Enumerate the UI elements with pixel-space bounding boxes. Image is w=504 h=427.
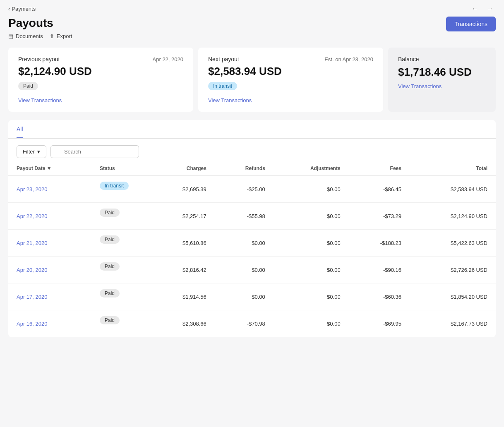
- header-actions: ▤ Documents ⇧ Export: [8, 33, 72, 39]
- back-label: Payments: [12, 6, 36, 12]
- status-cell: Paid: [91, 283, 149, 310]
- transactions-button[interactable]: Transactions: [446, 17, 496, 31]
- cards-row: Previous payout Apr 22, 2020 $2,124.90 U…: [0, 43, 504, 116]
- charges-cell: $2,254.17: [149, 203, 215, 230]
- total-cell: $1,854.20 USD: [410, 283, 496, 310]
- fees-cell: -$86.45: [349, 176, 410, 203]
- search-input[interactable]: [50, 145, 139, 158]
- back-link[interactable]: ‹ Payments: [8, 6, 36, 12]
- table-body: Apr 23, 2020 In transit $2,695.39 -$25.0…: [8, 176, 496, 337]
- tab-all[interactable]: All: [17, 120, 23, 138]
- previous-payout-date: Apr 22, 2020: [153, 56, 183, 62]
- charges-cell: $1,914.56: [149, 283, 215, 310]
- next-payout-card: Next payout Est. on Apr 23, 2020 $2,583.…: [198, 48, 383, 112]
- export-icon: ⇧: [50, 33, 54, 39]
- filter-label: Filter: [23, 149, 35, 155]
- export-label: Export: [57, 33, 72, 39]
- adjustments-cell: $0.00: [274, 283, 349, 310]
- adjustments-cell: $0.00: [274, 230, 349, 257]
- col-charges: Charges: [149, 161, 215, 176]
- fees-cell: -$73.29: [349, 203, 410, 230]
- table-row: Apr 23, 2020 In transit $2,695.39 -$25.0…: [8, 176, 496, 203]
- nav-left-arrow[interactable]: ←: [469, 4, 481, 13]
- total-cell: $2,124.90 USD: [410, 203, 496, 230]
- fees-cell: -$60.36: [349, 283, 410, 310]
- payout-date-cell[interactable]: Apr 20, 2020: [8, 257, 91, 283]
- next-payout-badge: In transit: [208, 82, 237, 90]
- status-cell: Paid: [91, 230, 149, 257]
- total-cell: $2,167.73 USD: [410, 310, 496, 337]
- col-refunds: Refunds: [215, 161, 274, 176]
- previous-card-header: Previous payout Apr 22, 2020: [18, 56, 183, 62]
- adjustments-cell: $0.00: [274, 310, 349, 337]
- status-badge: Paid: [100, 235, 120, 244]
- fees-cell: -$188.23: [349, 230, 410, 257]
- col-fees: Fees: [349, 161, 410, 176]
- payout-date-cell[interactable]: Apr 23, 2020: [8, 176, 91, 203]
- filter-button[interactable]: Filter ▾: [17, 145, 46, 158]
- next-payout-date: Est. on Apr 23, 2020: [324, 56, 373, 62]
- table-row: Apr 16, 2020 Paid $2,308.66 -$70.98 $0.0…: [8, 310, 496, 337]
- document-icon: ▤: [8, 33, 13, 39]
- refunds-cell: $0.00: [215, 230, 274, 257]
- status-badge: Paid: [100, 316, 120, 324]
- export-button[interactable]: ⇧ Export: [50, 33, 72, 39]
- payout-date-cell[interactable]: Apr 16, 2020: [8, 310, 91, 337]
- col-total: Total: [410, 161, 496, 176]
- documents-label: Documents: [16, 33, 43, 39]
- status-cell: Paid: [91, 257, 149, 283]
- charges-cell: $2,695.39: [149, 176, 215, 203]
- balance-amount: $1,718.46 USD: [398, 66, 486, 79]
- refunds-cell: $0.00: [215, 257, 274, 283]
- payout-date-cell[interactable]: Apr 17, 2020: [8, 283, 91, 310]
- previous-payout-badge: Paid: [18, 82, 38, 90]
- payout-date-cell[interactable]: Apr 22, 2020: [8, 203, 91, 230]
- top-nav: ‹ Payments ← →: [0, 0, 504, 15]
- table-row: Apr 21, 2020 Paid $5,610.86 $0.00 $0.00 …: [8, 230, 496, 257]
- refunds-cell: -$25.00: [215, 176, 274, 203]
- total-cell: $2,583.94 USD: [410, 176, 496, 203]
- documents-button[interactable]: ▤ Documents: [8, 33, 43, 39]
- balance-label: Balance: [398, 56, 486, 62]
- nav-arrows: ← →: [469, 4, 496, 13]
- filter-row: Filter ▾ 🔍: [8, 139, 496, 161]
- table-row: Apr 20, 2020 Paid $2,816.42 $0.00 $0.00 …: [8, 257, 496, 283]
- status-cell: Paid: [91, 310, 149, 337]
- next-card-header: Next payout Est. on Apr 23, 2020: [208, 56, 373, 62]
- status-cell: In transit: [91, 176, 149, 203]
- status-badge: In transit: [100, 182, 129, 190]
- previous-payout-card: Previous payout Apr 22, 2020 $2,124.90 U…: [8, 48, 193, 112]
- table-row: Apr 22, 2020 Paid $2,254.17 -$55.98 $0.0…: [8, 203, 496, 230]
- total-cell: $5,422.63 USD: [410, 230, 496, 257]
- adjustments-cell: $0.00: [274, 257, 349, 283]
- tabs-row: All: [8, 120, 496, 139]
- charges-cell: $2,308.66: [149, 310, 215, 337]
- back-arrow-icon: ‹: [8, 6, 10, 12]
- fees-cell: -$90.16: [349, 257, 410, 283]
- status-badge: Paid: [100, 262, 120, 271]
- table-header: Payout Date ▼ Status Charges Refunds Adj…: [8, 161, 496, 176]
- charges-cell: $5,610.86: [149, 230, 215, 257]
- payouts-table: Payout Date ▼ Status Charges Refunds Adj…: [8, 161, 496, 337]
- col-payout-date[interactable]: Payout Date ▼: [8, 161, 91, 176]
- next-payout-amount: $2,583.94 USD: [208, 65, 373, 78]
- next-view-transactions-link[interactable]: View Transactions: [208, 97, 252, 103]
- previous-payout-amount: $2,124.90 USD: [18, 65, 183, 78]
- payout-date-cell[interactable]: Apr 21, 2020: [8, 230, 91, 257]
- next-payout-label: Next payout: [208, 56, 239, 62]
- total-cell: $2,726.26 USD: [410, 257, 496, 283]
- balance-view-transactions-link[interactable]: View Transactions: [398, 83, 442, 89]
- adjustments-cell: $0.00: [274, 203, 349, 230]
- balance-card: Balance $1,718.46 USD View Transactions: [388, 48, 496, 112]
- previous-payout-label: Previous payout: [18, 56, 60, 62]
- col-status: Status: [91, 161, 149, 176]
- table-section: All Filter ▾ 🔍 Payout Date ▼ Status Char…: [8, 120, 496, 337]
- previous-view-transactions-link[interactable]: View Transactions: [18, 97, 62, 103]
- status-cell: Paid: [91, 203, 149, 230]
- nav-right-arrow[interactable]: →: [484, 4, 496, 13]
- page-title: Payouts: [8, 17, 72, 30]
- refunds-cell: $0.00: [215, 283, 274, 310]
- col-adjustments: Adjustments: [274, 161, 349, 176]
- fees-cell: -$69.95: [349, 310, 410, 337]
- refunds-cell: -$70.98: [215, 310, 274, 337]
